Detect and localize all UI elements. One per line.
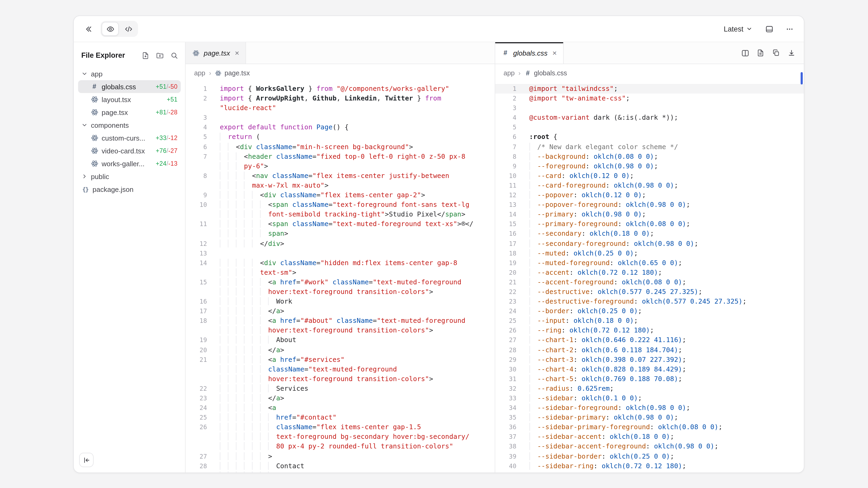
line-number [186,209,207,219]
code-line: 1@import "tailwindcss"; [495,84,804,94]
line-number: 19 [495,258,516,267]
line-number: 41 [495,471,516,473]
line-number: 12 [186,239,207,248]
line-number [186,432,207,442]
folder-public[interactable]: public [78,170,181,183]
close-tab-icon[interactable]: × [553,49,557,57]
collapse-panel-button[interactable] [80,21,96,37]
version-selector[interactable]: Latest [719,23,757,35]
close-tab-icon[interactable]: × [235,49,239,57]
tab-globals-css[interactable]: # globals.css × [495,42,564,64]
preview-mode-button[interactable] [102,22,119,36]
diff-stats: +33/-12 [156,135,178,141]
file-explorer-title: File Explorer [81,51,125,59]
line-number: 13 [495,200,516,209]
line-number: 23 [495,297,516,306]
split-view-button[interactable] [738,46,752,60]
file-video-card.tsx[interactable]: video-card.tsx+76/-27 [78,144,181,157]
line-number: 32 [495,384,516,393]
code-line: 10 --card: oklch(0.12 0 0); [495,171,804,181]
json-braces-icon: {} [81,186,89,193]
code-line: 38 --sidebar-accent-foreground: oklch(0.… [495,442,804,451]
breadcrumb-folder[interactable]: app [503,69,515,77]
code-line: 24 <a [186,403,494,413]
folder-components[interactable]: components [78,119,181,131]
folder-app[interactable]: app [78,67,181,80]
tabstrip-right: # globals.css × [495,42,804,64]
collapse-left-icon [83,456,90,464]
code-line: 10 <span className="text-foreground font… [186,200,494,209]
new-folder-button[interactable] [153,48,166,62]
line-number: 15 [186,278,207,287]
more-options-button[interactable] [781,21,797,37]
breadcrumb-folder[interactable]: app [194,69,205,77]
code-line: hover:text-foreground transition-colors"… [186,326,494,335]
code-line: 21 --accent-foreground: oklch(0.08 0 0); [495,278,804,287]
code-line: 19 About [186,335,494,345]
file-custom-curs...[interactable]: custom-curs...+33/-12 [78,131,181,144]
diff-stats: +51/-50 [156,84,178,90]
breadcrumb-file[interactable]: # globals.css [524,69,567,77]
breadcrumb-left: app › page.tsx [186,64,494,82]
code-line: className="text-muted-foreground [186,364,494,374]
search-button[interactable] [167,48,181,62]
code-line: text-foreground bg-secondary hover:bg-se… [186,432,494,442]
code-line: 80 px-4 py-2 rounded-full transition-col… [186,442,494,451]
react-icon [90,160,98,167]
download-button[interactable] [784,46,799,60]
file-page.tsx[interactable]: page.tsx+81/-28 [78,106,181,119]
line-number: 40 [495,461,516,470]
file-globals.css[interactable]: #globals.css+51/-50 [78,80,181,93]
line-number: 19 [186,335,207,345]
ellipsis-icon [785,25,794,33]
line-number: 17 [495,239,516,248]
code-line: 15 <a href="#work" className="text-muted… [186,278,494,287]
code-line: 25 href="#contact" [186,413,494,422]
code-editor-page-tsx[interactable]: 1import { WorksGallery } from "@/compone… [186,82,494,473]
file-text-icon [757,49,764,57]
line-number: 25 [186,413,207,422]
line-number: 24 [495,306,516,316]
file-label: page.tsx [102,108,153,116]
code-line: 33 --sidebar: oklch(0.1 0 0); [495,393,804,403]
code-mode-button[interactable] [120,22,137,36]
react-icon [215,70,222,76]
file-label: app [91,70,178,78]
react-icon [192,50,200,56]
file-explorer-header: File Explorer [74,42,185,66]
code-line: 29 <ArrowUpRight className="w-4 h-4" /> [186,471,494,473]
code-line: 18 <a href="#about" className="text-mute… [186,316,494,326]
code-line: 1import { WorksGallery } from "@/compone… [186,84,494,94]
code-line: 14 --primary: oklch(0.98 0 0); [495,209,804,219]
editor-actions [738,42,804,64]
version-label: Latest [723,25,743,33]
line-number [186,103,207,113]
line-number: 16 [495,229,516,239]
line-number: 2 [186,94,207,103]
new-file-button[interactable] [138,48,152,62]
breadcrumb-file[interactable]: page.tsx [215,69,250,77]
file-works-galler...[interactable]: works-galler...+24/-13 [78,157,181,170]
scrollbar-thumb[interactable] [801,72,803,85]
collapse-sidebar-button[interactable] [79,453,94,467]
code-line: 27 --chart-1: oklch(0.646 0.222 41.116); [495,335,804,345]
panel-layout-button[interactable] [761,21,777,37]
file-label: package.json [93,185,178,193]
line-number: 26 [186,423,207,432]
new-file-icon [142,52,149,59]
copy-button[interactable] [769,46,783,60]
file-label: public [91,172,178,181]
line-number: 5 [186,132,207,142]
tab-page-tsx[interactable]: page.tsx × [186,42,246,64]
code-editor-globals-css[interactable]: 1@import "tailwindcss";2@import "tw-anim… [495,82,804,473]
line-number: 9 [186,190,207,200]
line-number: 33 [495,393,516,403]
line-number: 17 [186,306,207,316]
code-line: 12 --popover: oklch(0.12 0 0); [495,190,804,200]
code-line: 39 --sidebar-border: oklch(0.25 0 0); [495,451,804,461]
file-layout.tsx[interactable]: layout.tsx+51 [78,93,181,106]
code-line: 26 className="flex items-center gap-1.5 [186,423,494,432]
file-package.json[interactable]: {}package.json [78,183,181,196]
line-number: 22 [495,287,516,297]
file-text-button[interactable] [753,46,768,60]
